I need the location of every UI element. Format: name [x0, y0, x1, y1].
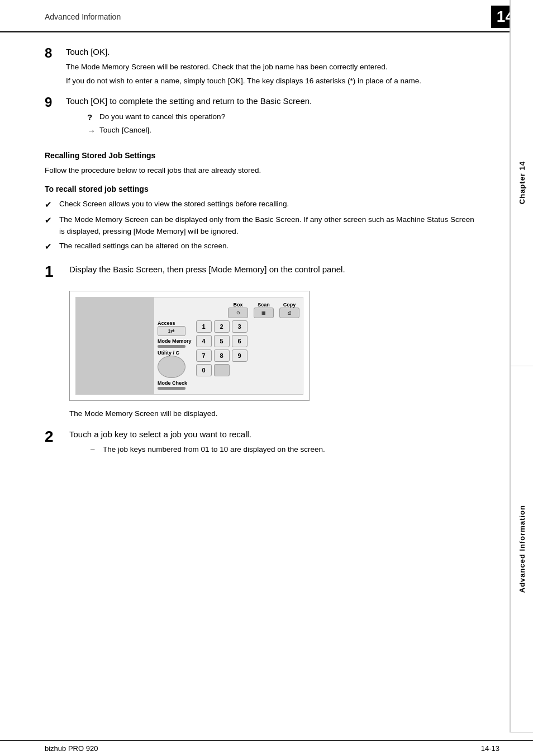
box-button[interactable]: ⊙: [228, 308, 248, 318]
num-btn-6[interactable]: 6: [232, 335, 248, 347]
step-8-block: 8 Touch [OK]. The Mode Memory Screen wil…: [45, 46, 475, 87]
step-8-desc1: The Mode Memory Screen will be restored.…: [66, 61, 475, 73]
access-label: Access: [158, 320, 175, 326]
step-8-desc2: If you do not wish to enter a name, simp…: [66, 75, 475, 87]
num-btn-0[interactable]: 0: [196, 364, 212, 376]
checkmark-icon-1: ✔: [45, 198, 58, 211]
check-item-1: ✔ Check Screen allows you to view the st…: [45, 198, 475, 211]
numpad: 1 2 3 4 5 6 7 8 9 0: [196, 320, 248, 376]
page-header: Advanced Information 14: [0, 0, 533, 32]
recall-step-2-number: 2: [45, 428, 69, 446]
num-btn-extra[interactable]: [214, 364, 230, 376]
utility-label: Utility / C: [158, 350, 179, 356]
access-group: Access 1⇄: [158, 320, 192, 336]
mode-memory-slider: [158, 345, 185, 348]
step-9-block: 9 Touch [OK] to complete the setting and…: [45, 95, 475, 138]
num-btn-3[interactable]: 3: [232, 320, 248, 333]
recall-step-2-block: 2 Touch a job key to select a job you wa…: [45, 428, 475, 455]
copy-label: Copy: [283, 302, 296, 308]
check-text-1: Check Screen allows you to view the stor…: [59, 198, 289, 210]
advanced-info-tab-label: Advanced Information: [518, 505, 526, 593]
after-panel-text: The Mode Memory Screen will be displayed…: [69, 408, 475, 420]
num-btn-8[interactable]: 8: [214, 349, 230, 362]
scan-label: Scan: [258, 302, 270, 308]
num-btn-7[interactable]: 7: [196, 349, 212, 362]
panel-image: Box ⊙ Scan ▦ Copy 🖨: [75, 297, 303, 395]
footer-left: bizhub PRO 920: [45, 744, 98, 753]
recall-step-2-sub: – The job keys numbered from 01 to 10 ar…: [91, 443, 475, 456]
panel-top-row: Box ⊙ Scan ▦ Copy 🖨: [158, 302, 299, 318]
main-content: 8 Touch [OK]. The Mode Memory Screen wil…: [0, 32, 508, 465]
num-btn-2[interactable]: 2: [214, 320, 230, 333]
scan-button[interactable]: ▦: [254, 308, 274, 318]
checkmark-icon-2: ✔: [45, 214, 58, 227]
recall-step-2-title: Touch a job key to select a job you want…: [69, 428, 475, 441]
footer-right: 14-13: [481, 744, 499, 753]
step-8-content: Touch [OK]. The Mode Memory Screen will …: [66, 46, 475, 87]
check-item-3: ✔ The recalled settings can be altered o…: [45, 240, 475, 253]
step-9-title: Touch [OK] to complete the setting and r…: [66, 95, 475, 108]
utility-button[interactable]: [158, 356, 185, 378]
checkmark-icon-3: ✔: [45, 240, 58, 253]
recall-step-2-sub-text: The job keys numbered from 01 to 10 are …: [103, 443, 325, 456]
mode-memory-group: Mode Memory: [158, 338, 192, 348]
check-list: ✔ Check Screen allows you to view the st…: [45, 198, 475, 253]
step-8-number: 8: [45, 46, 66, 60]
question-icon: ?: [87, 111, 99, 124]
step-8-title: Touch [OK].: [66, 46, 475, 59]
qa-block: ? Do you want to cancel this operation? …: [87, 111, 475, 138]
chapter-tab-label: Chapter 14: [518, 161, 526, 204]
mode-check-slider: [158, 387, 185, 390]
right-sidebar: Chapter 14 Advanced Information: [510, 0, 533, 733]
num-btn-9[interactable]: 9: [232, 349, 248, 362]
chapter-tab: Chapter 14: [510, 0, 533, 366]
recall-step-1-content: Display the Basic Screen, then press [Mo…: [69, 263, 475, 276]
check-item-2: ✔ The Mode Memory Screen can be displaye…: [45, 214, 475, 238]
box-btn-group: Box ⊙: [228, 302, 248, 318]
copy-button[interactable]: 🖨: [279, 308, 299, 318]
control-panel-container: Box ⊙ Scan ▦ Copy 🖨: [69, 291, 310, 401]
recall-step-2-content: Touch a job key to select a job you want…: [69, 428, 475, 455]
dash-symbol: –: [91, 443, 99, 456]
arrow-icon: →: [87, 124, 99, 138]
control-panel-wrapper: Box ⊙ Scan ▦ Copy 🖨: [69, 291, 475, 401]
advanced-info-tab: Advanced Information: [510, 366, 533, 733]
copy-btn-group: Copy 🖨: [279, 302, 299, 318]
utility-group: Utility / C: [158, 350, 192, 378]
mode-check-label: Mode Check: [158, 380, 187, 386]
check-text-3: The recalled settings can be altered on …: [59, 240, 229, 252]
mode-check-group: Mode Check: [158, 380, 192, 390]
panel-buttons: Box ⊙ Scan ▦ Copy 🖨: [154, 297, 303, 394]
recall-subsection-heading: To recall stored job settings: [45, 185, 475, 193]
qa-question-item: ? Do you want to cancel this operation?: [87, 111, 475, 124]
page-wrapper: Advanced Information 14 Chapter 14 Advan…: [0, 0, 533, 756]
step-9-number: 9: [45, 95, 66, 110]
box-label: Box: [233, 302, 242, 308]
recall-step-1-block: 1 Display the Basic Screen, then press […: [45, 263, 475, 281]
qa-question-text: Do you want to cancel this operation?: [99, 111, 225, 123]
header-title: Advanced Information: [45, 12, 121, 21]
qa-answer-text: Touch [Cancel].: [99, 124, 151, 136]
recalling-section-heading: Recalling Stored Job Settings: [45, 151, 475, 160]
num-btn-5[interactable]: 5: [214, 335, 230, 347]
page-footer: bizhub PRO 920 14-13: [0, 740, 533, 756]
recall-step-1-number: 1: [45, 263, 69, 281]
num-btn-1[interactable]: 1: [196, 320, 212, 333]
recalling-section-body: Follow the procedure below to recall job…: [45, 164, 475, 177]
access-button[interactable]: 1⇄: [158, 326, 185, 336]
check-text-2: The Mode Memory Screen can be displayed …: [59, 214, 475, 238]
step-9-content: Touch [OK] to complete the setting and r…: [66, 95, 475, 138]
recall-step-1-title: Display the Basic Screen, then press [Mo…: [69, 263, 475, 276]
left-controls: Access 1⇄ Mode Memory Utility / C: [158, 320, 192, 390]
num-btn-4[interactable]: 4: [196, 335, 212, 347]
qa-answer-item: → Touch [Cancel].: [87, 124, 475, 138]
dash-item-1: – The job keys numbered from 01 to 10 ar…: [91, 443, 475, 456]
scan-btn-group: Scan ▦: [254, 302, 274, 318]
panel-middle-row: Access 1⇄ Mode Memory Utility / C: [158, 320, 299, 390]
mode-memory-label: Mode Memory: [158, 338, 192, 344]
panel-screen: [76, 297, 154, 394]
